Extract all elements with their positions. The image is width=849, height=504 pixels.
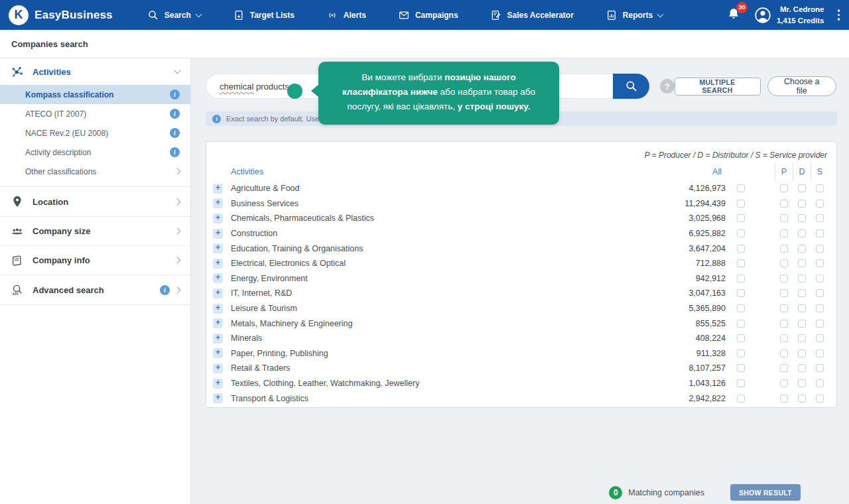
info-icon[interactable]: i (170, 90, 180, 99)
sidebar-item-nace[interactable]: NACE Rev.2 (EU 2008) i (0, 123, 190, 143)
expand-plus-icon[interactable]: + (213, 184, 223, 194)
distributor-checkbox[interactable] (798, 304, 806, 312)
all-checkbox[interactable] (737, 320, 745, 328)
sidebar-item-kompass-classification[interactable]: Kompass classification i (0, 85, 190, 104)
service-checkbox[interactable] (816, 334, 824, 342)
activity-label[interactable]: Education, Training & Organisations (231, 244, 646, 253)
sidebar-section-activities[interactable]: Activities (0, 58, 190, 85)
expand-plus-icon[interactable]: + (213, 379, 223, 389)
producer-checkbox[interactable] (780, 349, 788, 357)
activity-label[interactable]: Energy, Environment (231, 274, 646, 283)
expand-plus-icon[interactable]: + (213, 393, 223, 403)
notifications-bell[interactable]: 30 (726, 7, 741, 24)
distributor-checkbox[interactable] (798, 289, 806, 297)
activity-label[interactable]: Agriculture & Food (231, 184, 646, 193)
sidebar-item-other-classifications[interactable]: Other classifications (0, 162, 190, 181)
distributor-checkbox[interactable] (798, 320, 806, 328)
all-checkbox[interactable] (737, 259, 745, 267)
activity-label[interactable]: Electrical, Electronics & Optical (231, 259, 646, 268)
producer-checkbox[interactable] (780, 289, 788, 297)
producer-checkbox[interactable] (780, 395, 788, 403)
activity-label[interactable]: Metals, Machinery & Engineering (231, 319, 646, 328)
distributor-checkbox[interactable] (798, 214, 806, 222)
activity-label[interactable]: Leisure & Tourism (231, 304, 646, 313)
brand[interactable]: K EasyBusiness (9, 5, 113, 25)
info-icon[interactable]: i (160, 285, 170, 295)
all-checkbox[interactable] (737, 214, 745, 222)
tooltip-beacon-dot[interactable] (287, 84, 302, 99)
all-checkbox[interactable] (737, 395, 745, 403)
distributor-checkbox[interactable] (798, 259, 806, 267)
distributor-checkbox[interactable] (798, 349, 806, 357)
distributor-checkbox[interactable] (798, 245, 806, 253)
producer-checkbox[interactable] (780, 259, 788, 267)
service-checkbox[interactable] (816, 320, 824, 328)
show-result-button[interactable]: SHOW RESULT (730, 484, 801, 501)
activity-label[interactable]: Construction (231, 229, 646, 238)
search-button[interactable] (613, 74, 649, 99)
nav-item-alerts[interactable]: Alerts (326, 9, 366, 21)
all-checkbox[interactable] (737, 275, 745, 283)
producer-checkbox[interactable] (780, 214, 788, 222)
service-checkbox[interactable] (816, 275, 824, 283)
distributor-checkbox[interactable] (798, 184, 806, 192)
expand-plus-icon[interactable]: + (213, 273, 223, 283)
all-checkbox[interactable] (737, 229, 745, 237)
sidebar-item-activity-description[interactable]: Activity description i (0, 143, 190, 162)
distributor-checkbox[interactable] (798, 334, 806, 342)
all-checkbox[interactable] (737, 364, 745, 372)
service-checkbox[interactable] (816, 200, 824, 208)
producer-checkbox[interactable] (780, 364, 788, 372)
service-checkbox[interactable] (816, 184, 824, 192)
service-checkbox[interactable] (816, 364, 824, 372)
expand-plus-icon[interactable]: + (213, 334, 223, 344)
more-menu-icon[interactable] (834, 7, 844, 23)
expand-plus-icon[interactable]: + (213, 304, 223, 314)
all-checkbox[interactable] (737, 245, 745, 253)
service-checkbox[interactable] (816, 229, 824, 237)
service-checkbox[interactable] (816, 349, 824, 357)
expand-plus-icon[interactable]: + (213, 259, 223, 269)
service-checkbox[interactable] (816, 259, 824, 267)
help-icon[interactable]: ? (660, 79, 674, 94)
activity-label[interactable]: Transport & Logistics (231, 394, 646, 403)
sidebar-item-ateco[interactable]: ATECO (IT 2007) i (0, 104, 190, 123)
sidebar-section-location[interactable]: Location (0, 187, 190, 217)
producer-checkbox[interactable] (780, 229, 788, 237)
all-checkbox[interactable] (737, 200, 745, 208)
service-checkbox[interactable] (816, 289, 824, 297)
producer-checkbox[interactable] (780, 275, 788, 283)
nav-item-sales-accelerator[interactable]: Sales Accelerator (490, 9, 574, 21)
sidebar-section-advanced-search[interactable]: ADV Advanced search i (0, 275, 190, 305)
all-checkbox[interactable] (737, 379, 745, 387)
service-checkbox[interactable] (816, 379, 824, 387)
sidebar-section-company-info[interactable]: Company info (0, 246, 190, 275)
expand-plus-icon[interactable]: + (213, 348, 223, 358)
all-checkbox[interactable] (737, 289, 745, 297)
activity-label[interactable]: Textiles, Clothing, Leather, Watchmaking… (231, 379, 646, 388)
expand-plus-icon[interactable]: + (213, 363, 223, 373)
distributor-checkbox[interactable] (798, 379, 806, 387)
expand-plus-icon[interactable]: + (213, 229, 223, 239)
nav-item-reports[interactable]: Reports (606, 9, 663, 21)
expand-plus-icon[interactable]: + (213, 288, 223, 298)
service-checkbox[interactable] (816, 214, 824, 222)
expand-plus-icon[interactable]: + (213, 214, 223, 223)
distributor-checkbox[interactable] (798, 395, 806, 403)
producer-checkbox[interactable] (780, 334, 788, 342)
info-icon[interactable]: i (170, 128, 180, 138)
expand-plus-icon[interactable]: + (213, 243, 223, 253)
nav-item-search[interactable]: Search (147, 9, 201, 21)
expand-plus-icon[interactable]: + (213, 318, 223, 328)
multiple-search-button[interactable]: MULTIPLE SEARCH (675, 78, 761, 95)
producer-checkbox[interactable] (780, 379, 788, 387)
nav-item-campaigns[interactable]: Campaigns (398, 9, 458, 21)
producer-checkbox[interactable] (780, 245, 788, 253)
activity-label[interactable]: Business Services (231, 199, 646, 208)
distributor-checkbox[interactable] (798, 200, 806, 208)
user-menu[interactable]: Mr. Cedrone 1,415 Credits (754, 4, 824, 26)
nav-item-target-lists[interactable]: Target Lists (233, 9, 294, 21)
distributor-checkbox[interactable] (798, 364, 806, 372)
info-icon[interactable]: i (170, 147, 180, 157)
service-checkbox[interactable] (816, 304, 824, 312)
